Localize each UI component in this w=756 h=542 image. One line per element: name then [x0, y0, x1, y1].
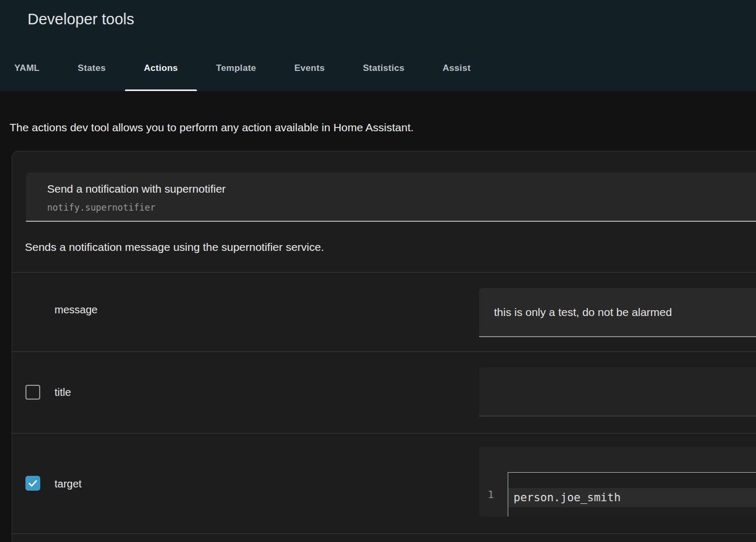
- tab-statistics-label: Statistics: [363, 63, 404, 74]
- code-editor-content[interactable]: person.joe_smith: [508, 472, 756, 517]
- tab-events-label: Events: [294, 63, 325, 74]
- tab-assist-label: Assist: [443, 63, 471, 74]
- app-header: Developer tools YAML States Actions Temp…: [0, 0, 756, 91]
- tab-statistics[interactable]: Statistics: [344, 48, 424, 91]
- page-title: Developer tools: [28, 9, 134, 29]
- title-input[interactable]: [479, 367, 756, 417]
- action-card: Send a notification with supernotifier n…: [12, 151, 756, 542]
- message-input[interactable]: this is only a test, do not be alarmed: [479, 288, 756, 337]
- service-picker-name: Send a notification with supernotifier: [47, 182, 226, 196]
- target-code-editor[interactable]: 1 person.joe_smith: [479, 447, 756, 517]
- tab-bar: YAML States Actions Template Events Stat…: [0, 48, 490, 91]
- code-editor-active-line: person.joe_smith: [508, 488, 756, 507]
- active-tab-indicator: [125, 89, 197, 91]
- title-field-checkbox[interactable]: [25, 385, 40, 400]
- actions-intro-text: The actions dev tool allows you to perfo…: [10, 120, 413, 135]
- tab-template-label: Template: [216, 63, 256, 74]
- row-divider: [12, 534, 756, 534]
- tab-assist[interactable]: Assist: [424, 48, 490, 91]
- row-divider: [12, 433, 756, 433]
- field-label-message: message: [55, 303, 97, 317]
- service-description: Sends a notification message using the s…: [25, 240, 324, 255]
- checkmark-icon: [28, 478, 38, 489]
- tab-template[interactable]: Template: [197, 48, 275, 91]
- tab-actions-label: Actions: [144, 63, 178, 74]
- code-editor-text: person.joe_smith: [514, 491, 620, 504]
- service-picker-id: notify.supernotifier: [47, 202, 156, 213]
- tab-yaml[interactable]: YAML: [0, 48, 59, 91]
- field-label-target: target: [55, 477, 82, 491]
- target-field-checkbox[interactable]: [25, 476, 40, 491]
- service-picker-select[interactable]: Send a notification with supernotifier n…: [26, 173, 756, 222]
- row-divider: [12, 272, 756, 273]
- field-label-title: title: [55, 385, 71, 399]
- tab-states-label: States: [78, 63, 106, 74]
- code-editor-gutter: 1: [479, 447, 508, 517]
- tab-states[interactable]: States: [59, 48, 125, 91]
- tab-actions[interactable]: Actions: [125, 48, 197, 91]
- tab-yaml-label: YAML: [14, 63, 40, 74]
- tab-events[interactable]: Events: [275, 48, 344, 91]
- row-divider: [12, 351, 756, 352]
- message-input-value: this is only a test, do not be alarmed: [479, 306, 672, 319]
- line-number: 1: [479, 487, 502, 502]
